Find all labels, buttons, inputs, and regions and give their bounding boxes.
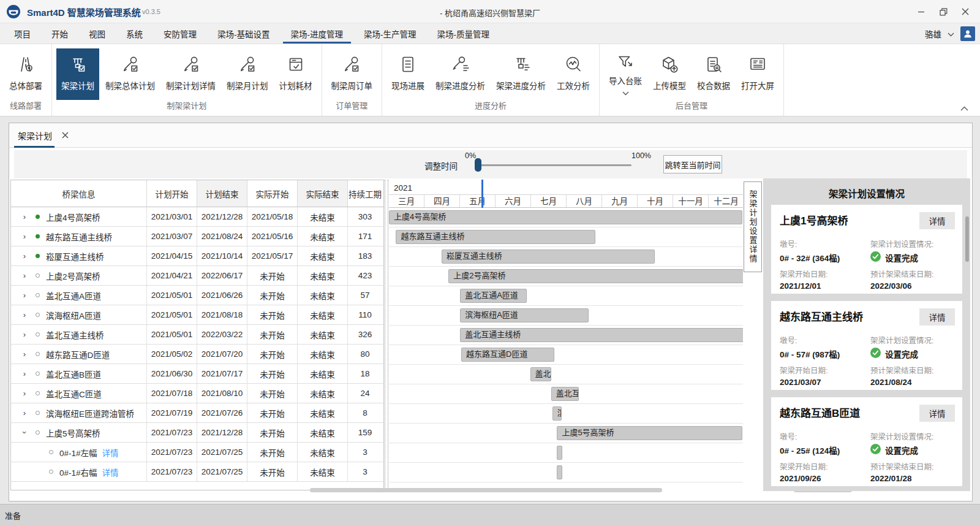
bridge-name: 盖北互通C匝道: [46, 387, 102, 400]
ribbon-button-3-3[interactable]: 工效分析: [552, 48, 595, 100]
maximize-button[interactable]: [932, 0, 954, 23]
column-header-0[interactable]: 桥梁信息: [11, 180, 147, 207]
expand-chevron-icon[interactable]: ›: [20, 271, 29, 280]
table-row[interactable]: ›盖北互通主线桥2021/05/012022/03/22未开始未结束326: [10, 325, 384, 345]
column-header-3[interactable]: 实际开始: [247, 180, 298, 207]
minimize-button[interactable]: [910, 0, 932, 23]
menu-item-6[interactable]: 梁场-进度管理: [283, 23, 352, 44]
expand-chevron-icon[interactable]: ›: [20, 408, 29, 417]
gantt-bar[interactable]: 盖北互通主线桥: [460, 328, 743, 342]
table-row[interactable]: ›越东路互通D匝道2021/05/022021/07/20未开始未结束80: [10, 345, 384, 364]
column-header-4[interactable]: 实际结束: [298, 180, 348, 207]
time-slider-track[interactable]: [478, 164, 631, 166]
bridge-name: 盖北互通B匝道: [46, 368, 101, 380]
table-row[interactable]: ›崧厦互通主线桥2021/04/152021/10/142021/05/17未结…: [10, 246, 384, 266]
gantt-bar[interactable]: 越东路互通D匝道: [461, 348, 554, 362]
gantt-bar[interactable]: 上虞2号高架桥: [448, 269, 743, 283]
table-row[interactable]: ›上虞5号高架桥2021/07/232021/12/28未开始未结束159: [10, 423, 384, 443]
jump-to-current-time-button[interactable]: 跳转至当前时间: [663, 155, 722, 173]
menu-item-3[interactable]: 系统: [118, 23, 151, 44]
ribbon-button-1-1[interactable]: 制梁总体计划: [100, 48, 160, 100]
check-circle-icon: [870, 444, 881, 456]
ribbon-group-label: 进度分析: [384, 100, 597, 116]
table-row[interactable]: ›上虞4号高架桥2021/03/012021/12/282021/05/18未结…: [10, 207, 384, 227]
chevron-down-icon[interactable]: [948, 28, 954, 39]
column-header-2[interactable]: 计划结束: [197, 180, 247, 207]
expand-chevron-icon[interactable]: ›: [20, 310, 29, 319]
close-button[interactable]: [954, 0, 976, 23]
table-row[interactable]: ›滨海枢纽A匝道2021/05/012021/08/18未开始未结束110: [10, 305, 384, 325]
menu-item-8[interactable]: 梁场-质量管理: [429, 23, 498, 44]
ribbon-button-1-3[interactable]: 制梁月计划: [222, 48, 273, 100]
ribbon-button-2-0[interactable]: 制梁周订单: [326, 48, 378, 100]
menu-item-1[interactable]: 开始: [43, 23, 76, 44]
detail-link[interactable]: 详情: [102, 446, 119, 459]
gantt-bar[interactable]: [557, 465, 562, 479]
ribbon-button-1-0[interactable]: 架梁计划: [56, 48, 99, 100]
gantt-bar[interactable]: 滨海枢纽E匝道跨油管桥: [552, 406, 562, 421]
expand-chevron-icon[interactable]: ›: [20, 212, 29, 221]
ribbon-button-3-2[interactable]: 架梁进度分析: [491, 48, 551, 100]
ribbon-collapse-button[interactable]: [958, 104, 970, 113]
table-row[interactable]: ›上虞2号高架桥2021/04/212022/06/17未开始未结束423: [10, 266, 384, 286]
gantt-bar[interactable]: 盖北互通C匝道: [551, 387, 579, 401]
time-toolbar: 调整时间 0% 100% 跳转至当前时间: [14, 150, 967, 178]
gantt-bar[interactable]: 上虞5号高架桥: [557, 426, 742, 440]
expand-chevron-icon[interactable]: ›: [20, 330, 29, 339]
ribbon-button-4-3[interactable]: 打开大屏: [736, 48, 779, 100]
collapse-chevron-icon[interactable]: ›: [20, 428, 29, 438]
column-header-1[interactable]: 计划开始: [147, 180, 197, 207]
gantt-bar[interactable]: 崧厦互通主线桥: [442, 250, 655, 264]
tab-close-icon[interactable]: [62, 131, 69, 140]
card-detail-button[interactable]: 详情: [919, 308, 955, 326]
tab-jialiang-plan[interactable]: 架梁计划: [14, 123, 72, 148]
gantt-bar[interactable]: 滨海枢纽A匝道: [460, 308, 589, 322]
detail-link[interactable]: 详情: [102, 466, 119, 478]
table-row[interactable]: ›越东路互通主线桥2021/03/072021/08/242021/05/16未…: [10, 227, 384, 246]
gantt-bar[interactable]: 盖北互通A匝道: [460, 289, 527, 303]
expand-chevron-icon[interactable]: ›: [20, 251, 29, 261]
ribbon-button-1-4[interactable]: 计划耗材: [274, 48, 317, 100]
table-row[interactable]: ›0#-1#左幅详情2021/07/232021/07/25未开始未结束3: [10, 443, 384, 462]
wrench-icon: [342, 51, 361, 77]
expand-chevron-icon[interactable]: ›: [20, 389, 29, 398]
ribbon-button-0-0[interactable]: 总体部署: [4, 48, 47, 100]
ribbon-button-1-2[interactable]: 制梁计划详情: [161, 48, 221, 100]
table-row[interactable]: ›滨海枢纽E匝道跨油管桥2021/07/192021/07/26未开始未结束8: [10, 403, 384, 423]
gantt-bar[interactable]: 盖北互通B匝道: [530, 367, 551, 381]
table-row[interactable]: ›0#-1#右幅详情2021/07/232021/07/25未开始未结束3: [10, 462, 384, 482]
ribbon-button-3-0[interactable]: 现场进展: [386, 48, 429, 100]
expand-chevron-icon[interactable]: ›: [20, 369, 29, 378]
plan-card: 上虞1号高架桥详情墩号:架梁计划设置情况:0# - 32# (364榀)设置完成…: [771, 205, 962, 294]
expand-chevron-icon[interactable]: ›: [20, 349, 29, 359]
ribbon-button-4-2[interactable]: 校合数据: [692, 48, 735, 100]
menu-item-5[interactable]: 梁场-基础设置: [209, 23, 278, 44]
ribbon-group-1: 架梁计划制梁总体计划制梁计划详情制梁月计划计划耗材制架梁计划: [52, 44, 322, 116]
user-avatar[interactable]: [960, 26, 975, 41]
status-dot-not-started: [36, 332, 40, 337]
panel-scrollbar-thumb[interactable]: [965, 216, 969, 262]
card-detail-button[interactable]: 详情: [919, 212, 955, 229]
menu-item-7[interactable]: 梁场-生产管理: [356, 23, 424, 44]
column-header-5[interactable]: 持续工期: [348, 180, 382, 207]
table-gantt-splitter[interactable]: [385, 180, 388, 491]
ribbon-button-4-0[interactable]: 导入台账: [604, 48, 647, 100]
menu-item-2[interactable]: 视图: [81, 23, 113, 44]
expand-chevron-icon[interactable]: ›: [20, 232, 29, 241]
plan-detail-side-tab[interactable]: 架梁计划设置详情: [744, 181, 762, 272]
gantt-bar[interactable]: [557, 446, 562, 460]
horizontal-scrollbar-thumb[interactable]: [310, 488, 662, 492]
ribbon-button-3-1[interactable]: 制梁进度分析: [431, 48, 490, 100]
user-area[interactable]: 骆雄: [925, 23, 975, 44]
table-row[interactable]: ›盖北互通A匝道2021/05/012021/06/26未开始未结束57: [10, 286, 384, 305]
table-row[interactable]: ›盖北互通C匝道2021/07/182021/08/10未开始未结束24: [10, 384, 384, 403]
expand-chevron-icon[interactable]: ›: [20, 291, 29, 300]
gantt-bar[interactable]: 越东路互通主线桥: [396, 230, 595, 244]
menu-item-4[interactable]: 安防管理: [156, 23, 205, 44]
table-row[interactable]: ›盖北互通B匝道2021/06/302021/07/17未开始未结束18: [10, 364, 384, 384]
ribbon-button-4-1[interactable]: 上传模型: [648, 48, 691, 100]
time-slider-thumb[interactable]: [475, 158, 481, 172]
gantt-bar[interactable]: 上虞4号高架桥: [389, 210, 742, 224]
menu-item-0[interactable]: 项目: [6, 23, 39, 44]
card-detail-button[interactable]: 详情: [919, 405, 955, 422]
